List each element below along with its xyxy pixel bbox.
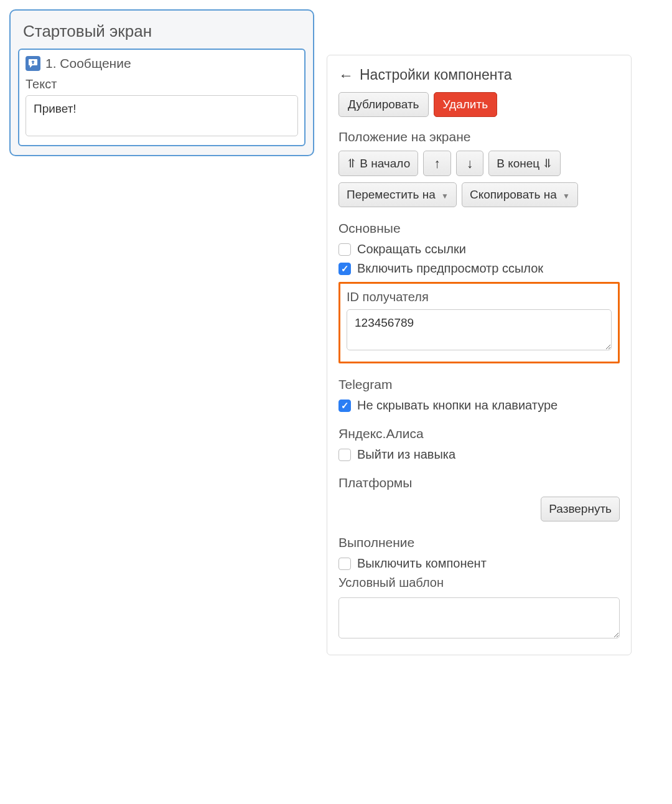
enable-preview-checkbox[interactable]: ✓	[338, 263, 351, 275]
enable-preview-row[interactable]: ✓ Включить предпросмотр ссылок	[338, 261, 620, 276]
duplicate-button[interactable]: Дублировать	[338, 92, 429, 117]
template-label: Условный шаблон	[338, 576, 620, 590]
settings-title: Настройки компонента	[360, 67, 512, 83]
execution-section: Выполнение Выключить компонент Условный …	[338, 535, 620, 641]
platforms-section: Платформы Развернуть	[338, 475, 620, 521]
delete-button[interactable]: Удалить	[434, 92, 498, 117]
disable-component-row[interactable]: Выключить компонент	[338, 556, 620, 571]
settings-header: ← Настройки компонента	[338, 67, 620, 83]
shorten-links-label: Сокращать ссылки	[357, 242, 466, 256]
shorten-links-row[interactable]: Сокращать ссылки	[338, 242, 620, 256]
check-icon: ✓	[341, 400, 349, 411]
enable-preview-label: Включить предпросмотр ссылок	[357, 261, 543, 276]
back-arrow-icon[interactable]: ←	[338, 68, 353, 83]
shorten-links-checkbox[interactable]	[338, 243, 351, 256]
exit-skill-row[interactable]: Выйти из навыка	[338, 447, 620, 462]
action-buttons-row: Дублировать Удалить	[338, 92, 620, 117]
telegram-section: Telegram ✓ Не скрывать кнопки на клавиат…	[338, 377, 620, 413]
chevron-down-icon: ▼	[562, 192, 570, 200]
card-header: 1. Сообщение	[26, 56, 298, 71]
screen-title: Стартовый экран	[18, 22, 306, 41]
expand-platforms-button[interactable]: Развернуть	[541, 497, 620, 521]
keep-keyboard-buttons-checkbox[interactable]: ✓	[338, 400, 351, 412]
alice-section: Яндекс.Алиса Выйти из навыка	[338, 426, 620, 462]
message-component-card[interactable]: 1. Сообщение Текст	[18, 49, 306, 146]
keep-keyboard-buttons-label: Не скрывать кнопки на клавиатуре	[357, 398, 558, 413]
message-text-input[interactable]	[26, 95, 298, 136]
move-down-button[interactable]: ↓	[456, 151, 484, 176]
recipient-id-group: ID получателя	[338, 282, 620, 363]
condition-template-input[interactable]	[338, 597, 620, 638]
copy-to-dropdown[interactable]: Скопировать на ▼	[462, 182, 578, 207]
alice-section-label: Яндекс.Алиса	[338, 426, 620, 441]
telegram-section-label: Telegram	[338, 377, 620, 392]
screen-card: Стартовый экран 1. Сообщение Текст	[9, 9, 314, 156]
position-buttons-row-1: ⥣ В начало ↑ ↓ В конец ⥥	[338, 151, 620, 176]
message-send-icon	[26, 56, 40, 71]
keep-keyboard-buttons-row[interactable]: ✓ Не скрывать кнопки на клавиатуре	[338, 398, 620, 413]
platforms-expand-row: Развернуть	[338, 497, 620, 521]
move-to-start-button[interactable]: ⥣ В начало	[338, 151, 418, 176]
component-settings-panel: ← Настройки компонента Дублировать Удали…	[327, 55, 632, 655]
card-title: 1. Сообщение	[45, 56, 131, 71]
platforms-section-label: Платформы	[338, 475, 620, 490]
recipient-id-input[interactable]	[347, 309, 612, 350]
chevron-down-icon: ▼	[441, 192, 449, 200]
execution-section-label: Выполнение	[338, 535, 620, 550]
move-to-dropdown[interactable]: Переместить на ▼	[338, 182, 457, 207]
exit-skill-label: Выйти из навыка	[357, 447, 455, 462]
disable-component-label: Выключить компонент	[357, 556, 487, 571]
disable-component-checkbox[interactable]	[338, 558, 351, 570]
exit-skill-checkbox[interactable]	[338, 449, 351, 461]
main-section-label: Основные	[338, 221, 620, 236]
position-buttons-row-2: Переместить на ▼ Скопировать на ▼	[338, 182, 620, 207]
move-up-button[interactable]: ↑	[423, 151, 451, 176]
main-section: Основные Сокращать ссылки ✓ Включить пре…	[338, 221, 620, 363]
move-to-end-button[interactable]: В конец ⥥	[488, 151, 561, 176]
text-field-label: Текст	[26, 77, 298, 91]
recipient-id-label: ID получателя	[347, 290, 612, 304]
position-section-label: Положение на экране	[338, 129, 620, 144]
check-icon: ✓	[341, 263, 349, 274]
